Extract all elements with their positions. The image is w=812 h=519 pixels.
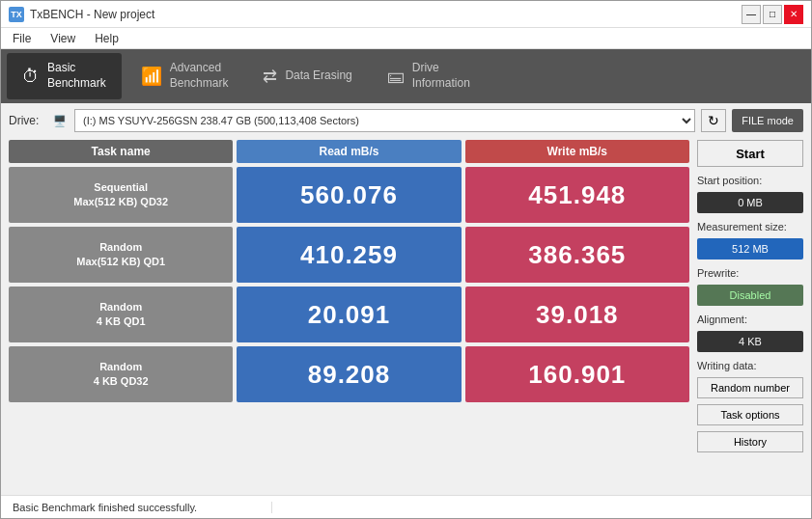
header-task: Task name	[9, 140, 233, 163]
drive-select[interactable]: (I:) MS YSUYV-256GSN 238.47 GB (500,113,…	[74, 109, 695, 132]
content-area: Drive: 🖥️ (I:) MS YSUYV-256GSN 238.47 GB…	[1, 103, 811, 495]
start-position-label: Start position:	[697, 175, 803, 186]
drive-icon: 🖥️	[53, 115, 67, 127]
tab-data-erasing[interactable]: ⇄ Data Erasing	[247, 53, 367, 99]
menu-help[interactable]: Help	[91, 30, 123, 47]
drive-row: Drive: 🖥️ (I:) MS YSUYV-256GSN 238.47 GB…	[9, 109, 803, 132]
drive-refresh-button[interactable]: ↻	[701, 109, 726, 132]
header-read: Read mB/s	[237, 140, 461, 163]
data-erasing-icon: ⇄	[263, 66, 277, 87]
tab-drive-label: DriveInformation	[412, 61, 470, 91]
status-bar: Basic Benchmark finished successfully.	[1, 495, 811, 518]
advanced-benchmark-icon: 📶	[141, 66, 162, 87]
minimize-button[interactable]: —	[742, 5, 761, 24]
tab-basic-benchmark[interactable]: ⏱ BasicBenchmark	[7, 53, 122, 99]
tab-erasing-label: Data Erasing	[285, 68, 351, 84]
header-write: Write mB/s	[465, 140, 689, 163]
write-cell-3: 160.901	[465, 346, 689, 402]
history-button[interactable]: History	[697, 431, 803, 452]
basic-benchmark-icon: ⏱	[22, 67, 40, 87]
benchmark-table: Task name Read mB/s Write mB/s Sequentia…	[9, 140, 689, 489]
menu-bar: File View Help	[1, 28, 811, 49]
writing-data-label: Writing data:	[697, 360, 803, 371]
maximize-button[interactable]: □	[763, 5, 782, 24]
alignment-value: 4 KB	[697, 331, 803, 352]
alignment-label: Alignment:	[697, 314, 803, 325]
table-header: Task name Read mB/s Write mB/s	[9, 140, 689, 163]
table-row: RandomMax(512 KB) QD1 410.259 386.365	[9, 227, 689, 283]
task-cell-2: Random4 KB QD1	[9, 287, 233, 342]
table-row: Random4 KB QD1 20.091 39.018	[9, 287, 689, 342]
start-button[interactable]: Start	[697, 140, 803, 167]
tab-drive-information[interactable]: 🖴 DriveInformation	[372, 53, 486, 99]
app-icon: TX	[9, 7, 24, 22]
title-bar: TX TxBENCH - New project — □ ✕	[1, 1, 811, 28]
window-title: TxBENCH - New project	[30, 8, 154, 21]
task-cell-1: RandomMax(512 KB) QD1	[9, 227, 233, 283]
window-controls: — □ ✕	[742, 5, 803, 24]
tab-advanced-benchmark[interactable]: 📶 AdvancedBenchmark	[126, 53, 244, 99]
write-cell-2: 39.018	[465, 287, 689, 342]
tab-advanced-label: AdvancedBenchmark	[170, 61, 229, 91]
read-cell-3: 89.208	[237, 346, 461, 402]
app-window: TX TxBENCH - New project — □ ✕ File View…	[0, 0, 812, 519]
drive-label: Drive:	[9, 114, 47, 127]
read-cell-2: 20.091	[237, 287, 461, 342]
tab-basic-label: BasicBenchmark	[47, 61, 106, 91]
read-cell-0: 560.076	[237, 167, 461, 223]
sidebar: Start Start position: 0 MB Measurement s…	[697, 140, 803, 489]
menu-view[interactable]: View	[46, 30, 79, 47]
prewrite-label: Prewrite:	[697, 267, 803, 279]
close-button[interactable]: ✕	[784, 5, 803, 24]
start-position-value: 0 MB	[697, 192, 803, 213]
toolbar: ⏱ BasicBenchmark 📶 AdvancedBenchmark ⇄ D…	[1, 49, 811, 103]
title-bar-left: TX TxBENCH - New project	[9, 7, 154, 22]
status-message: Basic Benchmark finished successfully.	[9, 502, 272, 513]
write-cell-1: 386.365	[465, 227, 689, 283]
main-area: Task name Read mB/s Write mB/s Sequentia…	[9, 140, 803, 489]
table-row: SequentialMax(512 KB) QD32 560.076 451.9…	[9, 167, 689, 223]
table-row: Random4 KB QD32 89.208 160.901	[9, 346, 689, 402]
task-cell-0: SequentialMax(512 KB) QD32	[9, 167, 233, 223]
measurement-size-label: Measurement size:	[697, 221, 803, 232]
measurement-size-value: 512 MB	[697, 238, 803, 260]
menu-file[interactable]: File	[9, 30, 35, 47]
task-options-button[interactable]: Task options	[697, 404, 803, 425]
file-mode-button[interactable]: FILE mode	[732, 109, 803, 132]
write-cell-0: 451.948	[465, 167, 689, 223]
drive-info-icon: 🖴	[387, 67, 405, 87]
prewrite-value: Disabled	[697, 285, 803, 306]
task-cell-3: Random4 KB QD32	[9, 346, 233, 402]
read-cell-1: 410.259	[237, 227, 461, 283]
writing-data-button[interactable]: Random number	[697, 377, 803, 398]
